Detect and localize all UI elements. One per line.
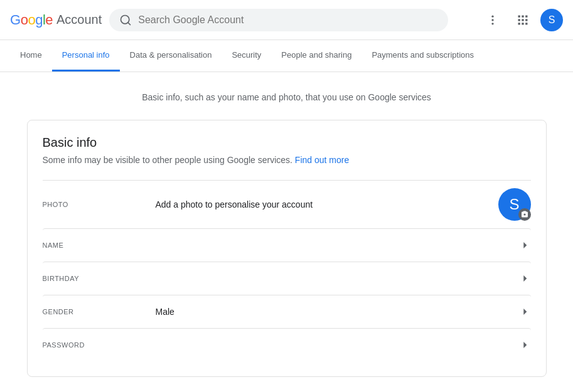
password-label: PASSWORD: [43, 341, 156, 349]
password-chevron-icon: [518, 339, 531, 351]
birthday-row[interactable]: BIRTHDAY: [43, 262, 531, 295]
svg-line-1: [128, 22, 131, 24]
birthday-chevron-icon: [518, 272, 531, 285]
header-actions: S: [480, 8, 563, 33]
svg-point-4: [491, 23, 493, 24]
card-desc-text: Some info may be visible to other people…: [43, 155, 292, 165]
svg-point-2: [491, 15, 493, 17]
birthday-label: BIRTHDAY: [43, 275, 156, 282]
tab-payments[interactable]: Payments and subscriptions: [361, 40, 484, 72]
photo-row[interactable]: PHOTO Add a photo to personalise your ac…: [43, 180, 531, 228]
tab-security[interactable]: Security: [222, 40, 271, 72]
tab-home[interactable]: Home: [10, 40, 52, 72]
gender-row[interactable]: GENDER Male: [43, 295, 531, 328]
more-vert-icon: [486, 14, 499, 26]
google-account-logo: Google Account: [10, 12, 102, 28]
name-chevron-icon: [518, 239, 531, 252]
svg-point-3: [491, 19, 493, 21]
page-subtitle: Basic info, such as your name and photo,…: [27, 92, 547, 102]
page-content: Basic info, such as your name and photo,…: [17, 72, 557, 392]
find-out-more-link[interactable]: Find out more: [295, 155, 349, 165]
camera-overlay-icon: [518, 208, 531, 221]
card-title: Basic info: [43, 135, 531, 150]
svg-rect-6: [522, 15, 523, 17]
profile-photo-avatar[interactable]: S: [498, 188, 531, 221]
photo-label: PHOTO: [43, 201, 156, 208]
svg-rect-10: [525, 19, 527, 21]
nav-tabs: Home Personal info Data & personalisatio…: [0, 40, 573, 72]
basic-info-card: Basic info Some info may be visible to o…: [27, 120, 547, 377]
svg-rect-8: [518, 19, 520, 21]
gender-value: Male: [156, 307, 518, 317]
svg-rect-9: [522, 19, 523, 21]
svg-rect-11: [518, 23, 520, 24]
search-icon: [119, 14, 132, 26]
photo-description: Add a photo to personalise your account: [156, 199, 498, 209]
password-row[interactable]: PASSWORD: [43, 328, 531, 361]
tab-personal-info[interactable]: Personal info: [52, 40, 120, 72]
svg-rect-5: [518, 15, 520, 17]
photo-avatar-letter: S: [509, 196, 519, 213]
google-wordmark: Google: [10, 12, 53, 28]
user-avatar[interactable]: S: [540, 9, 563, 31]
svg-rect-12: [522, 23, 523, 24]
name-row[interactable]: NAME: [43, 228, 531, 262]
tab-people-sharing[interactable]: People and sharing: [271, 40, 361, 72]
tab-data-personalisation[interactable]: Data & personalisation: [120, 40, 222, 72]
grid-icon: [517, 14, 529, 26]
apps-button[interactable]: [510, 8, 535, 33]
gender-chevron-icon: [518, 305, 531, 318]
gender-label: GENDER: [43, 308, 156, 315]
search-input[interactable]: [138, 14, 438, 26]
name-label: NAME: [43, 241, 156, 249]
account-title: Account: [56, 13, 102, 27]
card-description: Some info may be visible to other people…: [43, 155, 531, 165]
more-options-button[interactable]: [480, 8, 505, 33]
search-bar[interactable]: [109, 9, 448, 31]
svg-rect-13: [525, 23, 527, 24]
svg-rect-7: [525, 15, 527, 17]
header: Google Account S: [0, 0, 573, 40]
